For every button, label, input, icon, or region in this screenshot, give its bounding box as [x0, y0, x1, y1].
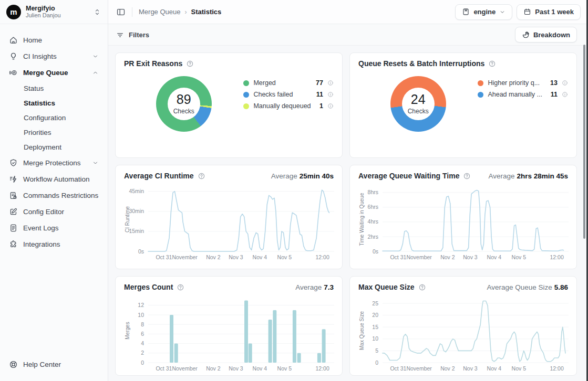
book-icon [462, 8, 470, 16]
svg-text:Nov 4: Nov 4 [487, 365, 502, 372]
svg-text:30min: 30min [129, 208, 144, 214]
svg-text:12: 12 [138, 302, 144, 308]
avg-queue-waiting-time-chart: 0s2hrs4hrs6hrs8hrsOct 31NovemberNov 2Nov… [358, 183, 570, 262]
legend-item-higher-priority-q-[interactable]: Higher priority q...13 [478, 79, 568, 87]
breakdown-button[interactable]: Breakdown [515, 27, 577, 43]
scrollbar-thumb[interactable] [583, 45, 585, 239]
svg-text:8hrs: 8hrs [368, 189, 378, 195]
info-circle-icon[interactable] [327, 103, 334, 109]
content: PR Exit Reasons 89 Checks Merged77Checks… [108, 46, 588, 381]
svg-text:November: November [406, 254, 432, 260]
filters-label: Filters [129, 31, 149, 39]
sidebar-item-deployment[interactable]: Deployment [5, 140, 102, 154]
info-circle-icon[interactable] [327, 80, 334, 86]
legend-value: 13 [550, 79, 558, 87]
chevron-down-icon [92, 53, 99, 60]
chevron-down-icon [499, 9, 506, 15]
legend-item-ahead-manually-[interactable]: Ahead manually ...11 [478, 91, 568, 98]
svg-text:Merges: Merges [125, 322, 130, 339]
queue-resets-donut-chart: 24 Checks [390, 76, 446, 132]
pr-exit-reasons-legend: Merged77Checks failed11Manually dequeued… [243, 72, 334, 132]
sidebar-item-label: Merge Queue [23, 69, 68, 77]
legend-label: Manually dequeued [253, 102, 315, 110]
puzzle-icon [9, 240, 18, 249]
org-name: Mergifyio [26, 5, 88, 12]
sidebar-item-config-editor[interactable]: Config Editor [5, 204, 102, 219]
svg-text:25: 25 [372, 300, 378, 306]
sidebar-item-home[interactable]: Home [5, 32, 102, 48]
sidebar: m Mergifyio Julien Danjou HomeCI Insight… [0, 0, 108, 381]
svg-text:15min: 15min [129, 228, 144, 234]
sidebar-item-integrations[interactable]: Integrations [5, 236, 102, 252]
help-circle-icon[interactable] [177, 283, 184, 291]
svg-text:2hrs: 2hrs [368, 234, 378, 240]
sidebar-item-priorities[interactable]: Priorities [5, 125, 102, 140]
chevron-down-icon [92, 160, 99, 166]
sidebar-item-help-center[interactable]: Help Center [5, 356, 103, 372]
pr-exit-reasons-donut-chart: 89 Checks [156, 76, 212, 132]
card-title: Average CI Runtime [124, 172, 194, 180]
mergify-logo: m [6, 5, 21, 19]
filter-icon [116, 31, 124, 39]
legend-item-merged[interactable]: Merged77 [243, 79, 334, 87]
help-circle-icon[interactable] [198, 172, 205, 180]
sidebar-item-ci-insights[interactable]: CI Insights [5, 48, 102, 64]
sidebar-item-configuration[interactable]: Configuration [5, 110, 102, 125]
legend-value: 77 [316, 79, 323, 87]
svg-text:15: 15 [372, 324, 378, 330]
sidebar-item-status[interactable]: Status [5, 81, 102, 96]
sidebar-toggle-icon[interactable] [116, 7, 126, 17]
help-circle-icon[interactable] [186, 60, 194, 68]
breadcrumb-parent[interactable]: Merge Queue [139, 8, 181, 16]
card-stat: Average2hrs 28min 45s [488, 172, 568, 180]
help-circle-icon[interactable] [488, 60, 496, 68]
svg-text:Nov 2: Nov 2 [206, 254, 221, 260]
svg-text:Nov 4: Nov 4 [253, 254, 267, 260]
svg-text:Nov 5: Nov 5 [277, 254, 292, 260]
svg-text:2: 2 [141, 350, 144, 356]
card-avg-queue-waiting-time: Average Queue Waiting Time Average2hrs 2… [349, 165, 577, 269]
sidebar-item-merge-protections[interactable]: Merge Protections [5, 155, 102, 171]
org-switcher[interactable]: m Mergifyio Julien Danjou [0, 0, 108, 24]
card-title: Average Queue Waiting Time [358, 172, 459, 180]
legend-item-manually-dequeued[interactable]: Manually dequeued1 [243, 102, 334, 110]
sidebar-item-label: Event Logs [23, 224, 59, 232]
card-title: Max Queue Size [358, 283, 415, 291]
filters-button[interactable]: Filters [116, 31, 149, 39]
svg-text:Nov 5: Nov 5 [512, 365, 527, 372]
svg-text:12:00: 12:00 [315, 254, 329, 260]
sidebar-item-commands-restrictions[interactable]: Commands Restrictions [5, 187, 102, 203]
svg-text:Nov 3: Nov 3 [229, 365, 243, 372]
card-title: Queue Resets & Batch Interruptions [358, 59, 484, 68]
svg-text:20: 20 [372, 312, 378, 318]
svg-text:Nov 5: Nov 5 [277, 365, 292, 372]
sidebar-item-workflow-automation[interactable]: Workflow Automation [5, 171, 102, 187]
help-circle-icon[interactable] [463, 172, 471, 180]
legend-dot-icon [243, 80, 249, 86]
sidebar-item-statistics[interactable]: Statistics [5, 96, 102, 110]
info-circle-icon[interactable] [562, 80, 568, 86]
svg-text:12:00: 12:00 [550, 365, 563, 372]
shield-check-icon [9, 158, 18, 167]
legend-label: Ahead manually ... [488, 91, 546, 98]
sidebar-item-label: Commands Restrictions [23, 192, 98, 199]
sidebar-item-label: Workflow Automation [23, 175, 90, 183]
card-stat: Average Queue Size5.86 [487, 283, 568, 291]
date-range-button[interactable]: Past 1 week [517, 4, 581, 20]
info-circle-icon[interactable] [327, 91, 334, 98]
home-icon [9, 36, 18, 45]
card-pr-exit-reasons: PR Exit Reasons 89 Checks Merged77Checks… [115, 52, 343, 158]
svg-text:CI Runtime: CI Runtime [125, 206, 130, 232]
lightbulb-icon [9, 52, 18, 61]
card-max-queue-size: Max Queue Size Average Queue Size5.86 05… [349, 276, 577, 376]
lifebuoy-icon [9, 360, 18, 369]
sidebar-item-merge-queue[interactable]: Merge Queue [5, 65, 102, 80]
legend-item-checks-failed[interactable]: Checks failed11 [243, 91, 334, 98]
svg-text:5: 5 [375, 347, 378, 354]
sidebar-item-event-logs[interactable]: Event Logs [5, 220, 102, 236]
help-circle-icon[interactable] [418, 283, 426, 291]
info-circle-icon[interactable] [562, 91, 568, 98]
avg-ci-runtime-chart: 0s15min30min45minOct 31NovemberNov 2Nov … [124, 183, 335, 262]
clipboard-lock-icon [9, 191, 18, 200]
repo-selector-button[interactable]: engine [455, 4, 512, 20]
